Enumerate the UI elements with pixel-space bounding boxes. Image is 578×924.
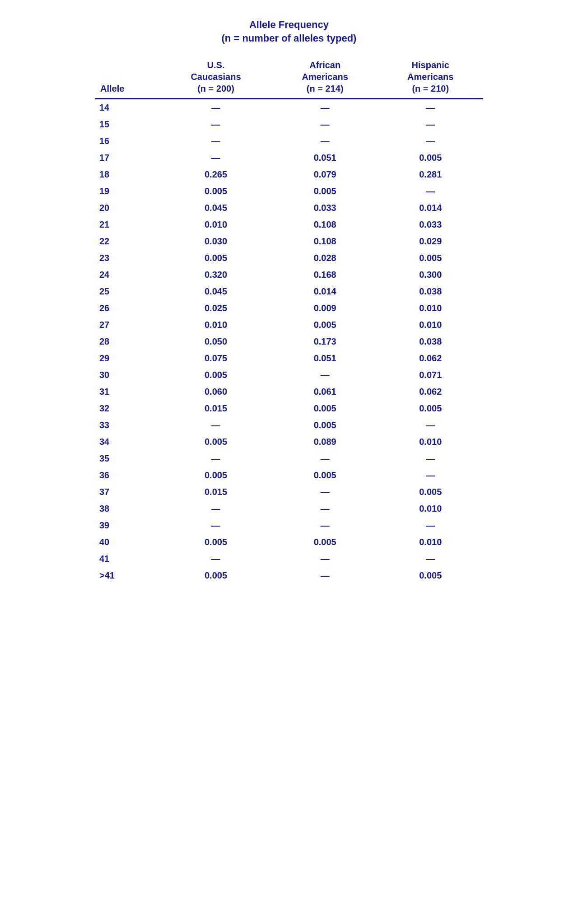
table-row: 340.0050.0890.010 [95,434,483,450]
cell-allele-20: 34 [95,434,159,450]
cell-hispanic-14: 0.038 [378,333,483,350]
cell-african-7: 0.108 [272,216,378,233]
cell-hispanic-18: 0.005 [378,400,483,417]
cell-hispanic-20: 0.010 [378,434,483,450]
cell-allele-24: 38 [95,500,159,517]
cell-caucasian-2: — [159,133,272,149]
cell-allele-3: 17 [95,149,159,166]
cell-caucasian-27: — [159,551,272,567]
cell-caucasian-3: — [159,149,272,166]
cell-caucasian-26: 0.005 [159,534,272,551]
table-row: 250.0450.0140.038 [95,283,483,300]
cell-african-10: 0.168 [272,266,378,283]
cell-caucasian-25: — [159,517,272,534]
table-row: 16——— [95,133,483,149]
cell-allele-4: 18 [95,166,159,183]
cell-african-3: 0.051 [272,149,378,166]
cell-african-4: 0.079 [272,166,378,183]
cell-hispanic-17: 0.062 [378,383,483,400]
cell-caucasian-14: 0.050 [159,333,272,350]
cell-allele-22: 36 [95,467,159,484]
table-row: 17—0.0510.005 [95,149,483,166]
table-header-row: Allele U.S. Caucasians (n = 200) African… [95,56,483,99]
cell-african-19: 0.005 [272,417,378,434]
cell-african-13: 0.005 [272,317,378,333]
cell-hispanic-10: 0.300 [378,266,483,283]
table-body: 14———15———16———17—0.0510.005180.2650.079… [95,99,483,584]
table-row: 270.0100.0050.010 [95,317,483,333]
cell-caucasian-20: 0.005 [159,434,272,450]
cell-hispanic-22: — [378,467,483,484]
cell-african-28: — [272,567,378,584]
cell-african-5: 0.005 [272,183,378,200]
cell-african-14: 0.173 [272,333,378,350]
cell-african-0: — [272,99,378,116]
cell-allele-19: 33 [95,417,159,434]
cell-caucasian-18: 0.015 [159,400,272,417]
cell-african-2: — [272,133,378,149]
cell-hispanic-5: — [378,183,483,200]
cell-caucasian-0: — [159,99,272,116]
cell-african-27: — [272,551,378,567]
table-row: 300.005—0.071 [95,367,483,383]
cell-allele-12: 26 [95,300,159,317]
cell-allele-10: 24 [95,266,159,283]
table-row: 290.0750.0510.062 [95,350,483,367]
col-header-african: African Americans (n = 214) [272,56,378,99]
cell-allele-5: 19 [95,183,159,200]
table-row: 35——— [95,450,483,467]
cell-hispanic-21: — [378,450,483,467]
cell-caucasian-6: 0.045 [159,200,272,216]
cell-african-12: 0.009 [272,300,378,317]
cell-caucasian-1: — [159,116,272,133]
cell-caucasian-24: — [159,500,272,517]
table-row: 14——— [95,99,483,116]
cell-caucasian-15: 0.075 [159,350,272,367]
cell-allele-21: 35 [95,450,159,467]
table-row: 370.015—0.005 [95,484,483,500]
cell-allele-15: 29 [95,350,159,367]
cell-caucasian-17: 0.060 [159,383,272,400]
table-row: 240.3200.1680.300 [95,266,483,283]
table-row: 200.0450.0330.014 [95,200,483,216]
cell-caucasian-19: — [159,417,272,434]
cell-african-16: — [272,367,378,383]
table-row: 210.0100.1080.033 [95,216,483,233]
cell-hispanic-25: — [378,517,483,534]
cell-allele-9: 23 [95,250,159,266]
cell-hispanic-15: 0.062 [378,350,483,367]
cell-hispanic-19: — [378,417,483,434]
cell-hispanic-26: 0.010 [378,534,483,551]
table-row: 360.0050.005— [95,467,483,484]
cell-hispanic-9: 0.005 [378,250,483,266]
table-row: 230.0050.0280.005 [95,250,483,266]
cell-african-17: 0.061 [272,383,378,400]
cell-allele-27: 41 [95,551,159,567]
cell-allele-0: 14 [95,99,159,116]
table-row: 38——0.010 [95,500,483,517]
main-container: Allele Frequency (n = number of alleles … [95,18,483,584]
cell-hispanic-23: 0.005 [378,484,483,500]
cell-hispanic-12: 0.010 [378,300,483,317]
col-header-allele: Allele [95,56,159,99]
cell-african-1: — [272,116,378,133]
cell-allele-26: 40 [95,534,159,551]
cell-hispanic-1: — [378,116,483,133]
cell-caucasian-5: 0.005 [159,183,272,200]
cell-hispanic-11: 0.038 [378,283,483,300]
cell-african-21: — [272,450,378,467]
cell-caucasian-28: 0.005 [159,567,272,584]
cell-caucasian-21: — [159,450,272,467]
cell-allele-16: 30 [95,367,159,383]
cell-allele-1: 15 [95,116,159,133]
cell-hispanic-28: 0.005 [378,567,483,584]
table-row: 320.0150.0050.005 [95,400,483,417]
cell-allele-11: 25 [95,283,159,300]
table-row: >410.005—0.005 [95,567,483,584]
cell-allele-28: >41 [95,567,159,584]
cell-african-23: — [272,484,378,500]
cell-allele-6: 20 [95,200,159,216]
table-title: Allele Frequency (n = number of alleles … [95,18,483,45]
cell-allele-18: 32 [95,400,159,417]
table-row: 39——— [95,517,483,534]
